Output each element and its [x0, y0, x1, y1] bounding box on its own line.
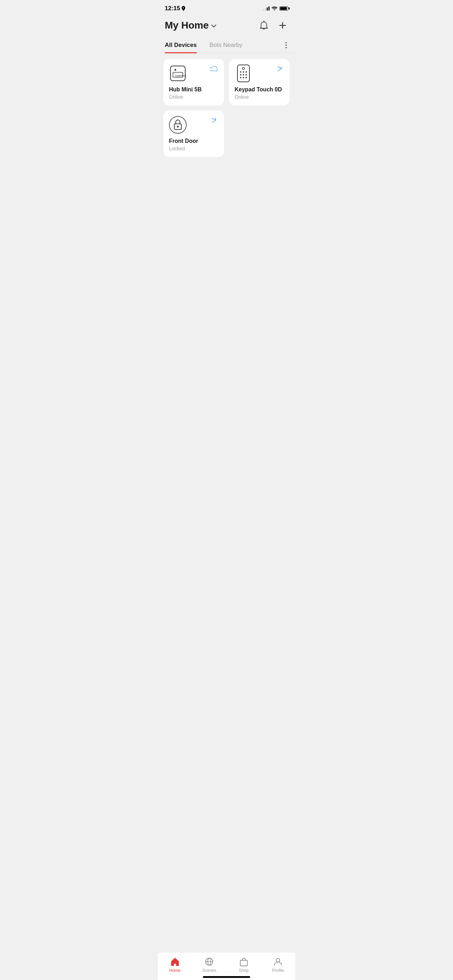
location-icon — [181, 6, 186, 11]
svg-point-9 — [240, 74, 241, 75]
device-name-keypad: Keypad Touch 0D — [235, 86, 284, 93]
device-card-hub-mini[interactable]: SwitchBot Hub Mini 5B Online — [163, 59, 224, 105]
status-time: 12:15 — [165, 5, 186, 12]
chevron-down-icon — [211, 25, 216, 27]
lock-icon — [169, 116, 187, 134]
notification-button[interactable] — [258, 19, 270, 32]
hub-mini-icon: SwitchBot — [169, 65, 187, 82]
svg-point-1 — [175, 69, 176, 71]
device-card-icon-area-door — [169, 116, 218, 134]
tab-bots-nearby[interactable]: Bots Nearby — [210, 37, 243, 53]
device-status-hub-mini: Online — [169, 94, 218, 100]
add-button[interactable] — [277, 20, 288, 31]
device-name-hub-mini: Hub Mini 5B — [169, 86, 218, 93]
svg-point-8 — [246, 71, 247, 73]
svg-point-14 — [246, 77, 247, 78]
device-status-keypad: Online — [235, 94, 284, 100]
header: My Home — [158, 15, 295, 37]
keypad-icon — [235, 65, 252, 82]
device-name-front-door: Front Door — [169, 138, 218, 144]
bluetooth-icon-keypad — [275, 65, 284, 73]
svg-point-10 — [243, 74, 244, 75]
svg-point-12 — [240, 77, 241, 78]
device-card-front-door[interactable]: Front Door Locked — [163, 110, 224, 157]
status-right — [263, 6, 288, 11]
wifi-icon — [272, 6, 277, 11]
plus-icon — [278, 21, 287, 30]
device-status-front-door: Locked — [169, 146, 218, 151]
signal-bars — [263, 6, 270, 11]
more-dots-icon — [285, 42, 287, 48]
battery-icon — [280, 6, 288, 11]
device-card-icon-area: SwitchBot — [169, 65, 218, 82]
svg-point-6 — [240, 71, 241, 73]
device-card-keypad-touch[interactable]: Keypad Touch 0D Online — [229, 59, 290, 105]
home-title-text: My Home — [165, 20, 208, 31]
tab-all-devices[interactable]: All Devices — [165, 37, 197, 53]
svg-point-11 — [246, 74, 247, 75]
svg-point-5 — [242, 67, 245, 70]
tabs-more-button[interactable] — [284, 41, 288, 50]
svg-point-13 — [243, 77, 244, 78]
svg-point-16 — [177, 126, 179, 128]
device-grid: SwitchBot Hub Mini 5B Online — [158, 53, 295, 162]
bell-icon — [259, 21, 269, 30]
bluetooth-icon-door — [210, 116, 218, 124]
home-title[interactable]: My Home — [165, 20, 216, 31]
svg-point-7 — [243, 71, 244, 73]
svg-text:SwitchBot: SwitchBot — [175, 75, 186, 77]
cloud-icon — [210, 65, 218, 73]
status-bar: 12:15 — [158, 0, 295, 15]
tabs-bar: All Devices Bots Nearby — [158, 37, 295, 53]
header-actions — [258, 19, 288, 32]
device-card-icon-area-keypad — [235, 65, 284, 82]
